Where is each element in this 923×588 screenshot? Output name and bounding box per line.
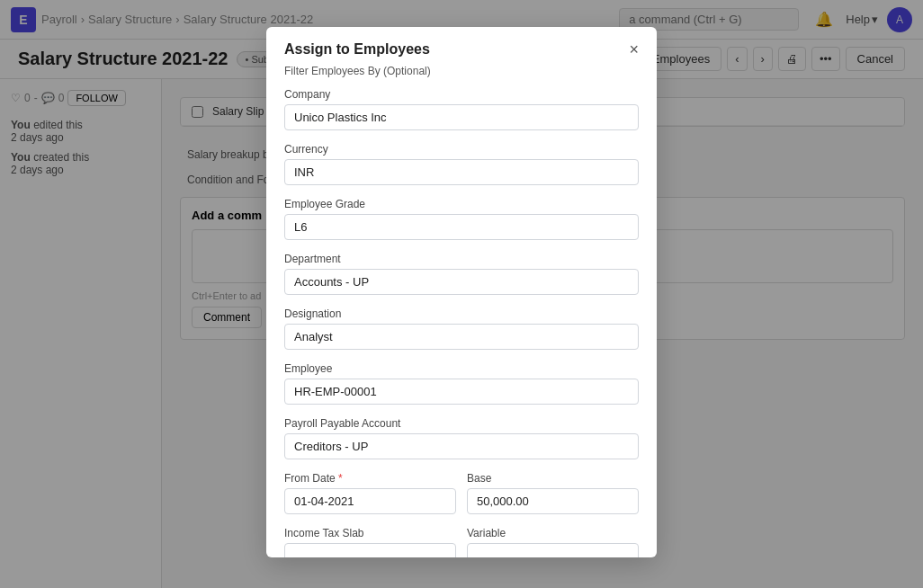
variable-field-group: Variable [467,527,639,557]
filter-label: Filter Employees By (Optional) [284,65,639,77]
employee-label: Employee [284,362,639,375]
company-label: Company [284,88,639,101]
modal-body: Filter Employees By (Optional) Company C… [266,65,657,557]
currency-label: Currency [284,143,639,156]
currency-field-group: Currency [284,143,639,185]
employee-input[interactable] [284,379,639,405]
base-label: Base [467,472,639,485]
income-tax-variable-row: Income Tax Slab Variable [284,527,639,557]
department-input[interactable] [284,269,639,295]
variable-input[interactable] [467,543,639,557]
income-tax-slab-field-group: Income Tax Slab [284,527,456,557]
income-tax-slab-label: Income Tax Slab [284,527,456,539]
variable-label: Variable [467,527,639,539]
company-field-group: Company [284,88,639,130]
company-input[interactable] [284,104,639,130]
employee-field-group: Employee [284,362,639,405]
designation-input[interactable] [284,324,639,350]
modal-header: Assign to Employees × [266,27,657,65]
modal-title: Assign to Employees [284,41,430,58]
department-label: Department [284,253,639,265]
from-date-base-row: From Date Base [284,472,639,527]
designation-field-group: Designation [284,307,639,350]
designation-label: Designation [284,307,639,320]
modal-close-button[interactable]: × [629,41,639,58]
employee-grade-field-group: Employee Grade [284,198,639,240]
assign-employees-modal: Assign to Employees × Filter Employees B… [266,27,657,557]
base-input[interactable] [467,488,639,514]
currency-input[interactable] [284,159,639,185]
employee-grade-label: Employee Grade [284,198,639,210]
modal-overlay: Assign to Employees × Filter Employees B… [0,0,923,588]
from-date-field-group: From Date [284,472,456,514]
from-date-label: From Date [284,472,456,485]
department-field-group: Department [284,253,639,295]
income-tax-slab-input[interactable] [284,543,456,557]
base-field-group: Base [467,472,639,514]
payroll-payable-account-input[interactable] [284,433,639,459]
from-date-input[interactable] [284,488,456,514]
employee-grade-input[interactable] [284,214,639,240]
payroll-payable-account-field-group: Payroll Payable Account [284,417,639,459]
payroll-payable-account-label: Payroll Payable Account [284,417,639,430]
